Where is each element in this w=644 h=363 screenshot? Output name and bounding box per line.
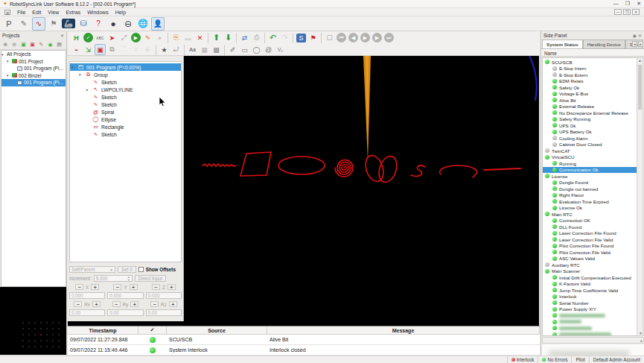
spiral-tool-button[interactable]: @: [263, 44, 274, 55]
nav-last-button[interactable]: ⏭: [383, 32, 395, 43]
group-select-button[interactable]: ▣: [95, 44, 106, 55]
undo-button[interactable]: ↶: [267, 32, 278, 43]
log-row[interactable]: 09/07/2022 11:27:29.848SCU/SCBAlive Bit: [68, 335, 540, 345]
program-tree-item-001-program-p-0-00-[interactable]: ▾🗔001 Program (P=0.00%): [70, 63, 181, 71]
robot-button[interactable]: 🦾: [62, 17, 75, 31]
globe-button[interactable]: 🌐: [136, 17, 150, 31]
side-panel-column-header[interactable]: Name: [541, 49, 644, 57]
pointer-button[interactable]: ➤: [106, 32, 118, 43]
status-item-blurred[interactable]: [543, 325, 637, 332]
paste-button[interactable]: ⎘: [170, 32, 182, 43]
project-tree-item[interactable]: 001 Program (Pi...: [1, 79, 66, 86]
status-item-running[interactable]: Running: [543, 160, 637, 167]
program-tree-item-sketch[interactable]: ∿Sketch: [70, 130, 181, 138]
scribble-tool-button[interactable]: ∿: [32, 17, 45, 31]
axis-x-plus-button[interactable]: +: [91, 284, 99, 290]
axis-z-plus-button[interactable]: +: [168, 284, 176, 290]
status-item-ups-ok[interactable]: UPS Ok: [543, 122, 637, 129]
p-tool-button[interactable]: P: [2, 17, 16, 31]
status-item-scu-scb[interactable]: SCU/SCB: [543, 59, 637, 66]
status-item-initial-drift-compensation-executed[interactable]: Initial Drift Compensation Executed: [543, 274, 637, 281]
delete-project-button[interactable]: ▣: [28, 40, 36, 48]
detect-button[interactable]: ⇄: [239, 32, 250, 43]
projects-close-icon[interactable]: ✕: [60, 33, 64, 38]
run-button[interactable]: ▶: [130, 32, 141, 43]
s-document-button[interactable]: S: [296, 32, 307, 43]
status-item-power-supply-x-y[interactable]: Power Supply X/Y: [543, 306, 637, 313]
expand-all-button[interactable]: ⊕: [1, 40, 10, 48]
status-item-e-stop-intern[interactable]: E-Stop Intern: [543, 66, 637, 72]
rot-value-0[interactable]: 0.00: [69, 309, 105, 316]
status-item-cabinet-door-closed[interactable]: Cabinet Door Closed: [543, 142, 637, 148]
show-offsets-checkbox[interactable]: [138, 267, 144, 272]
child-close-button[interactable]: ✕: [632, 9, 640, 15]
database-button[interactable]: ⛁: [77, 17, 90, 31]
log-col-source[interactable]: Source: [167, 326, 267, 334]
rot-rz-minus-button[interactable]: −: [150, 301, 159, 307]
axis-value-1[interactable]: 0.000: [107, 292, 143, 299]
rot-rx-minus-button[interactable]: −: [74, 301, 82, 307]
status-item-asc-values-valid[interactable]: ASC Values Valid: [543, 256, 637, 262]
status-item-pilot-correction-file-valid[interactable]: Pilot Correction File Valid: [543, 249, 637, 256]
mdi-child-icon[interactable]: ▦: [4, 10, 10, 15]
program-tree-item-rectangle[interactable]: ▭Rectangle: [70, 123, 181, 130]
project-tree-item[interactable]: ▾002 Binzel: [1, 72, 66, 80]
status-item-right-flavor[interactable]: Right Flavor: [543, 192, 637, 199]
status-item-cooling-alarm[interactable]: Cooling Alarm: [543, 135, 637, 142]
status-item-laser-correction-file-found[interactable]: Laser Correction File Found: [543, 230, 637, 237]
nav-first-button[interactable]: ⏮: [336, 32, 347, 43]
status-item-jump-time-coefficients-valid[interactable]: Jump Time Coefficients Valid: [543, 287, 637, 294]
tab-scroll-right-icon[interactable]: ▸: [638, 41, 643, 47]
rot-rx-plus-button[interactable]: +: [92, 301, 101, 307]
tab-system-status[interactable]: System Status: [542, 40, 583, 48]
user-button[interactable]: 👤: [151, 17, 165, 31]
camera-a-button[interactable]: ●: [106, 17, 120, 31]
collapse-all-button[interactable]: ⊖: [10, 40, 19, 48]
status-item-connection-ok[interactable]: Connection OK: [543, 218, 637, 224]
close-button[interactable]: ✕: [637, 1, 641, 7]
child-minimize-button[interactable]: —: [614, 9, 622, 15]
camera-layers-button[interactable]: ⎙: [251, 32, 262, 43]
menu-item-extras[interactable]: Extras: [66, 10, 80, 15]
weld-torch-button[interactable]: ⌁: [71, 44, 82, 55]
program-tree-item-spiral[interactable]: @Spiral: [70, 108, 181, 116]
status-item-serial-number[interactable]: Serial Number: [543, 300, 637, 306]
status-item-dongle-not-banned[interactable]: Dongle not banned: [543, 186, 637, 192]
menu-item-file[interactable]: File: [17, 10, 25, 15]
pilot-pen-button[interactable]: ✎: [142, 32, 153, 43]
image-button[interactable]: ▦: [199, 44, 210, 55]
status-item-safety-running[interactable]: Safety Running: [543, 116, 637, 123]
close-x-button[interactable]: ✕: [130, 44, 141, 55]
save-button[interactable]: H: [71, 32, 82, 43]
child-restore-button[interactable]: ❐: [623, 9, 631, 15]
log-col-timestamp[interactable]: Timestamp: [68, 326, 138, 334]
axis-value-0[interactable]: 0.000: [69, 292, 105, 299]
polyline-tool-button[interactable]: V₀: [275, 44, 286, 55]
program-tree-item-sketch[interactable]: ∿Sketch: [70, 78, 181, 86]
copy-disabled-button[interactable]: ▬: [182, 32, 194, 43]
expander-icon[interactable]: ▸: [86, 87, 90, 92]
expander-icon[interactable]: ▾: [7, 73, 10, 78]
status-item-laser-correction-file-valid[interactable]: Laser Correction File Valid: [543, 236, 637, 243]
side-panel-pin-icon[interactable]: ◉: [633, 33, 637, 38]
crosshair-button[interactable]: ✛: [142, 44, 153, 55]
expander-icon[interactable]: ▾: [7, 59, 10, 63]
status-item-e-stop-extern[interactable]: E-Stop Extern: [543, 72, 637, 78]
side-panel-vscrollbar[interactable]: ▲▼: [637, 57, 643, 336]
menu-item-help[interactable]: Help: [115, 10, 126, 15]
new-project-button[interactable]: ▣: [19, 40, 28, 48]
status-item-evaluation-time-expired[interactable]: Evaluation Time Expired: [543, 198, 637, 205]
rot-rz-plus-button[interactable]: +: [169, 301, 177, 307]
measure-button[interactable]: ⤢: [118, 32, 130, 43]
log-row[interactable]: 09/07/2022 11:15:49.446System InterlockI…: [68, 345, 540, 356]
log-col-message[interactable]: Message: [267, 326, 540, 334]
star-button[interactable]: ★: [159, 44, 170, 55]
status-item-license-ok[interactable]: License Ok: [543, 205, 637, 212]
move-up-button[interactable]: ⬆: [211, 32, 222, 43]
delete-button[interactable]: ✕: [194, 32, 205, 43]
axis-value-2[interactable]: 0.000: [146, 292, 182, 299]
status-item-communication-ok[interactable]: Communication Ok: [543, 167, 637, 174]
nav-prev-button[interactable]: ◀: [348, 32, 359, 43]
direct-input-button[interactable]: Direct Input: [135, 275, 166, 282]
tab-handling-device[interactable]: Handling Device: [583, 40, 625, 48]
